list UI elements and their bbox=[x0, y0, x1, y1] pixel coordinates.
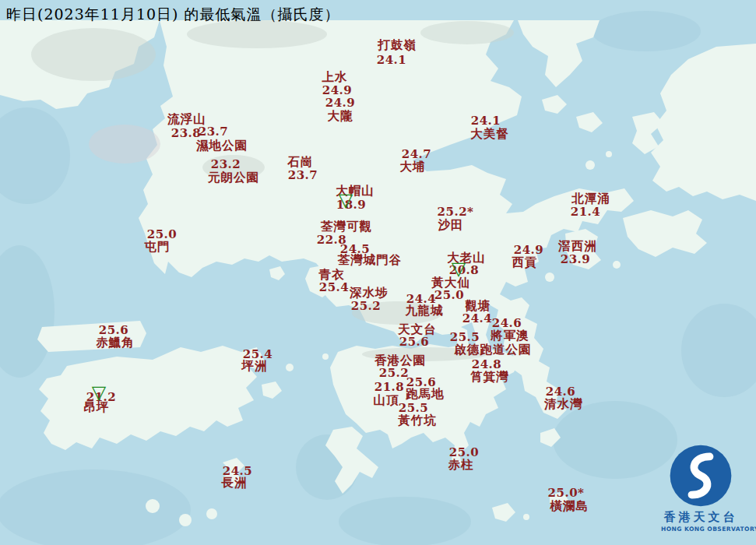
station-temperature: 21.8 bbox=[374, 380, 405, 394]
station-temperature: 24.6 bbox=[492, 316, 522, 330]
station-name: 山頂 bbox=[374, 392, 399, 409]
stations-layer: 打鼓嶺24.1上水24.9大隴24.9流浮山23.8濕地公園23.7大美督24.… bbox=[0, 0, 756, 545]
page-title: 昨日(2023年11月10日) 的最低氣溫（攝氏度） bbox=[6, 5, 340, 25]
station-temperature: 24.9 bbox=[514, 243, 544, 257]
station-temperature: 23.7 bbox=[288, 168, 318, 182]
station-name: 元朗公園 bbox=[208, 170, 259, 186]
station-temperature: 25.5 bbox=[450, 330, 480, 344]
station-name: 打鼓嶺 bbox=[378, 37, 417, 54]
hko-logo-icon bbox=[669, 444, 733, 508]
station-temperature: 21.4 bbox=[571, 205, 601, 219]
station-temperature: 24.5 bbox=[340, 242, 371, 256]
station-name: 濕地公園 bbox=[196, 138, 248, 154]
station-temperature: 23.2 bbox=[211, 157, 241, 171]
station-temperature: 25.0 bbox=[434, 288, 465, 302]
min-temperature-map: 昨日(2023年11月10日) 的最低氣溫（攝氏度） 打鼓嶺24.1上水24.9… bbox=[0, 0, 756, 545]
station-temperature: 25.4 bbox=[243, 347, 273, 361]
station-temperature: 24.8 bbox=[472, 357, 502, 371]
station-temperature: 23.9 bbox=[561, 252, 591, 266]
station-temperature: 24.6 bbox=[546, 385, 576, 399]
min-temp-marker-icon: ▽ bbox=[339, 191, 353, 209]
station-temperature: 25.5 bbox=[399, 401, 429, 415]
station-name: 橫瀾島 bbox=[550, 498, 589, 515]
hko-logo-name-en: HONG KONG OBSERVATORY bbox=[661, 526, 740, 533]
hko-logo-name-zh: 香港天文台 bbox=[661, 510, 740, 525]
station-temperature: 24.5 bbox=[223, 464, 253, 478]
min-temp-marker-icon: ▽ bbox=[452, 259, 466, 278]
station-temperature: 25.2 bbox=[379, 366, 410, 380]
station-temperature: 25.6 bbox=[99, 323, 129, 337]
station-temperature: 24.4 bbox=[406, 292, 437, 306]
station-name: 大美督 bbox=[470, 126, 509, 142]
station-temperature: 24.7 bbox=[402, 147, 432, 161]
station-temperature: 25.4 bbox=[319, 280, 350, 294]
station-temperature: 25.6 bbox=[399, 335, 430, 349]
station-name: 沙田 bbox=[438, 217, 464, 234]
station-temperature: 24.1 bbox=[471, 114, 501, 128]
station-temperature: 23.7 bbox=[199, 125, 229, 139]
station-temperature: 25.0 bbox=[147, 227, 178, 241]
station-temperature: 24.1 bbox=[377, 53, 407, 67]
station-temperature: 24.4 bbox=[462, 311, 493, 325]
min-temp-marker-icon: ▽ bbox=[92, 383, 106, 402]
station-temperature: 24.9 bbox=[325, 96, 356, 110]
station-temperature: 25.2* bbox=[438, 205, 474, 219]
hko-logo: 香港天文台 HONG KONG OBSERVATORY bbox=[661, 444, 740, 533]
station-temperature: 25.6 bbox=[406, 375, 437, 389]
station-name: 大隴 bbox=[328, 108, 353, 125]
station-temperature: 25.0* bbox=[548, 486, 585, 500]
station-temperature: 25.0 bbox=[449, 445, 480, 459]
station-temperature: 25.2 bbox=[351, 299, 382, 313]
